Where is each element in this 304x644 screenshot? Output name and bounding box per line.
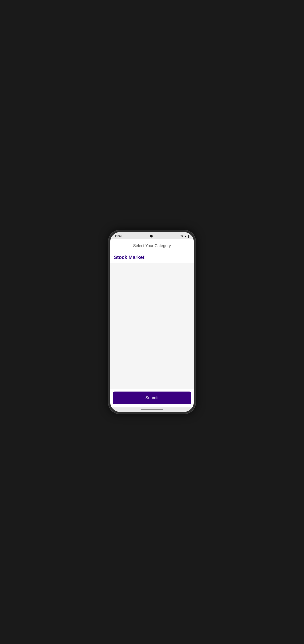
app-content: Select Your Category Stock Market Submit xyxy=(110,239,194,408)
submit-button[interactable]: Submit xyxy=(113,392,191,404)
status-icons: ▾▾ ▲ ▐ xyxy=(180,234,189,238)
status-bar: 11:45 ▾▾ ▲ ▐ xyxy=(110,232,194,239)
home-bar xyxy=(141,409,163,410)
page-header: Select Your Category xyxy=(110,239,194,251)
category-section: Stock Market xyxy=(110,251,194,263)
status-time: 11:45 xyxy=(115,234,122,238)
bottom-bar: Submit xyxy=(110,389,194,408)
wifi-icon: ▾▾ xyxy=(180,234,183,238)
page-title: Select Your Category xyxy=(114,244,190,248)
main-content xyxy=(110,263,194,389)
category-label: Stock Market xyxy=(114,254,190,260)
status-center xyxy=(150,235,153,238)
phone-frame: 11:45 ▾▾ ▲ ▐ Select Your Category Stock … xyxy=(109,230,195,414)
signal-strength-icon: ▲ xyxy=(184,235,187,238)
home-indicator xyxy=(110,408,194,412)
phone-screen: 11:45 ▾▾ ▲ ▐ Select Your Category Stock … xyxy=(110,232,194,412)
camera-notch xyxy=(150,235,153,238)
battery-icon: ▐ xyxy=(187,235,189,238)
